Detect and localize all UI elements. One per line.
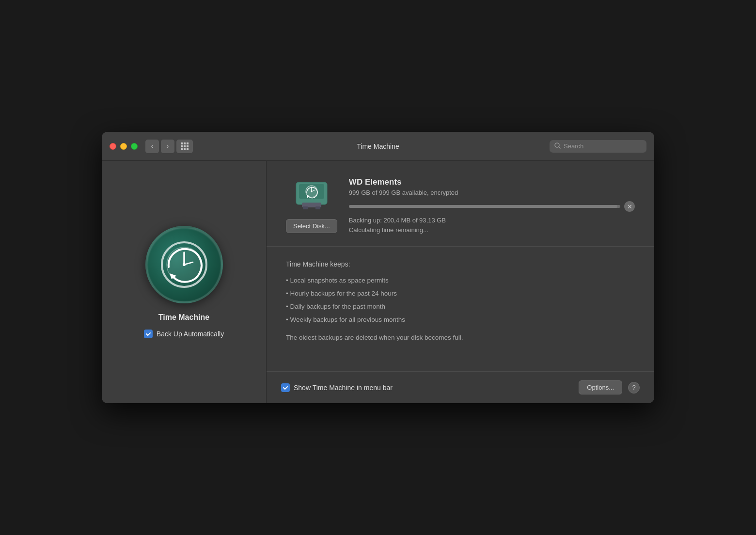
backup-status: Backing up: 200,4 MB of 93,13 GB Calcula… [349,216,635,235]
checkmark-icon [145,331,151,337]
info-footer: The oldest backups are deleted when your… [286,334,635,341]
close-button[interactable] [110,143,116,150]
window-title: Time Machine [357,142,399,150]
disk-capacity: 999 GB of 999 GB available, encrypted [349,189,635,196]
titlebar: ‹ › Time Machine [102,132,654,161]
progress-bar-fill [349,205,618,208]
info-title: Time Machine keeps: [286,260,635,268]
main-content: Time Machine Back Up Automatically [102,161,654,403]
traffic-lights [110,143,138,150]
back-button[interactable]: ‹ [145,140,159,153]
search-icon [554,142,561,150]
svg-line-1 [559,147,560,148]
preferences-window: ‹ › Time Machine [102,132,654,403]
nav-buttons: ‹ › [145,140,174,153]
disk-icon-wrapper: Select Disk... [286,175,337,233]
chevron-right-icon: › [167,142,169,150]
maximize-button[interactable] [131,143,138,150]
grid-view-button[interactable] [176,140,193,153]
bottom-bar: Show Time Machine in menu bar Options...… [267,372,654,403]
minimize-button[interactable] [120,143,127,150]
svg-point-6 [183,263,186,266]
list-item: • Weekly backups for all previous months [286,313,635,326]
disk-name: WD Elements [349,177,635,187]
show-menu-checkbox-row[interactable]: Show Time Machine in menu bar [281,383,393,392]
select-disk-button[interactable]: Select Disk... [286,219,337,233]
grid-icon [181,142,189,150]
chevron-left-icon: ‹ [151,142,153,150]
time-machine-icon [145,226,223,303]
forward-button[interactable]: › [161,140,174,153]
backing-up-text: Backing up: 200,4 MB of 93,13 GB [349,216,635,225]
list-item: • Hourly backups for the past 24 hours [286,287,635,300]
backup-auto-checkbox[interactable] [144,330,153,338]
info-section: Time Machine keeps: • Local snapshots as… [267,247,654,372]
x-icon: ✕ [627,203,632,210]
checkmark-icon [283,385,288,391]
search-input[interactable] [564,142,642,150]
disk-section: Select Disk... WD Elements 999 GB of 999… [267,161,654,247]
search-box[interactable] [550,140,646,153]
backup-auto-checkbox-row[interactable]: Back Up Automatically [144,330,224,338]
time-remaining-text: Calculating time remaining... [349,225,635,235]
backup-auto-label: Back Up Automatically [157,330,224,338]
cancel-backup-button[interactable]: ✕ [624,201,635,212]
progress-bar [349,205,620,208]
progress-row: ✕ [349,201,635,212]
clock-icon [160,240,208,289]
svg-rect-17 [315,206,320,209]
options-button[interactable]: Options... [579,380,622,394]
hard-drive-icon [292,175,331,214]
list-item: • Daily backups for the past month [286,300,635,313]
info-list: • Local snapshots as space permits • Hou… [286,274,635,326]
right-panel: Select Disk... WD Elements 999 GB of 999… [267,161,654,403]
show-menu-label: Show Time Machine in menu bar [294,384,393,392]
list-item: • Local snapshots as space permits [286,274,635,287]
sidebar: Time Machine Back Up Automatically [102,161,267,403]
disk-info: WD Elements 999 GB of 999 GB available, … [349,175,635,235]
svg-rect-16 [303,206,308,209]
svg-point-13 [311,191,312,192]
sidebar-app-title: Time Machine [158,313,210,322]
show-menu-checkbox[interactable] [281,383,290,392]
help-button[interactable]: ? [628,382,640,393]
